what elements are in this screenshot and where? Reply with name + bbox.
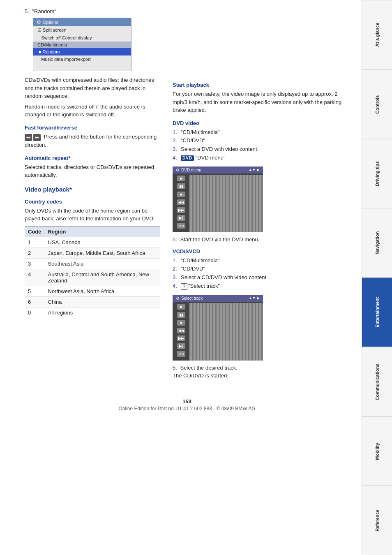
dvd-pause-btn: ▮▮ bbox=[177, 183, 185, 189]
table-row: 6China bbox=[25, 296, 160, 307]
start-playback-text: For your own safety, the video image is … bbox=[173, 90, 349, 114]
dvd-skip-btn: ▶| bbox=[177, 215, 185, 221]
vcd-steps-list: 1."CD/Multimedia"2."CD/DVD"3.Select a CD… bbox=[173, 257, 349, 291]
auto-repeat-title: Automatic repeat* bbox=[25, 155, 160, 161]
options-title: Options bbox=[43, 20, 58, 25]
dvd-step5-text: Start the DVD via the DVD menu. bbox=[180, 236, 259, 243]
region-cell: Northwest Asia, North Africa bbox=[45, 286, 161, 296]
table-row: 2Japan, Europe, Middle East, South Afric… bbox=[25, 247, 160, 258]
dvd-next-btn: ▶▶ bbox=[177, 207, 185, 213]
vcd-skip-btn: ▶| bbox=[177, 343, 185, 349]
region-cell: China bbox=[45, 296, 161, 307]
dvd-steps-list: 1."CD/Multimedia"2."CD/DVD"3.Select a DV… bbox=[173, 128, 349, 162]
step-text: "CD/DVD" bbox=[181, 136, 205, 145]
step-text: "CD/Multimedia" bbox=[181, 257, 219, 265]
start-playback-title: Start playback bbox=[173, 82, 349, 88]
step-text: Select a DVD with video content. bbox=[181, 145, 258, 154]
list-item: 4.?"Select track" bbox=[173, 282, 349, 291]
list-item: 3.Select a CD/DVD with video content. bbox=[173, 273, 349, 282]
list-item: 2."CD/DVD" bbox=[173, 265, 349, 273]
step-number: 1. bbox=[173, 128, 179, 137]
code-cell: 5 bbox=[25, 286, 45, 296]
step-number: 2. bbox=[173, 136, 179, 145]
step-num: 5. bbox=[173, 236, 177, 243]
list-item: 1."CD/Multimedia" bbox=[173, 128, 349, 137]
sidebar-tab-entertainment[interactable]: Entertainment bbox=[362, 278, 392, 347]
list-item: 4.DVD "DVD menu" bbox=[173, 154, 349, 162]
code-cell: 0 bbox=[25, 307, 45, 318]
vcd-pause-btn: ▮▮ bbox=[177, 312, 185, 318]
sidebar-tab-driving-tips[interactable]: Driving tips bbox=[362, 139, 392, 208]
dvd-play-btn: ▶ bbox=[177, 176, 185, 181]
code-cell: 4 bbox=[25, 269, 45, 286]
vcd-step5: 5. Select the desired track. bbox=[173, 365, 349, 371]
dvd-logo: DVD "DVD menu" bbox=[181, 154, 226, 162]
dvd-prev-btn: ◀◀ bbox=[177, 199, 185, 205]
vcd-stop-btn: ■ bbox=[177, 320, 185, 326]
ff-icon: ▸▸ bbox=[33, 134, 41, 141]
list-item: 3.Select a DVD with video content. bbox=[173, 145, 349, 154]
table-row: 0All regions bbox=[25, 307, 160, 318]
sidebar-tab-controls[interactable]: Controls bbox=[362, 69, 392, 139]
dvd-video-title: DVD video bbox=[173, 120, 349, 126]
vcd-menu-btn: MN bbox=[177, 351, 185, 357]
list-item: 2."CD/DVD" bbox=[173, 136, 349, 145]
table-row: 5Northwest Asia, North Africa bbox=[25, 286, 160, 296]
table-row: 1USA, Canada bbox=[25, 237, 160, 247]
step-number: 4. bbox=[173, 282, 179, 291]
options-screenshot: ⚙ Options ☑ Split screen Switch off Cont… bbox=[33, 18, 131, 71]
region-cell: Australia, Central and South America, Ne… bbox=[45, 269, 161, 286]
vcd-svcd-title: VCD/SVCD bbox=[173, 248, 349, 254]
fast-forward-title: Fast forward/reverse bbox=[25, 125, 160, 131]
step-number: 4. bbox=[173, 154, 179, 162]
region-cell: Southeast Asia bbox=[45, 258, 161, 269]
step-number: 1. bbox=[173, 257, 179, 265]
list-item: 1."CD/Multimedia" bbox=[173, 257, 349, 265]
right-sidebar: At a glanceControlsDriving tipsNavigatio… bbox=[362, 0, 392, 555]
step-text: Select a CD/DVD with video content. bbox=[181, 273, 268, 282]
code-cell: 2 bbox=[25, 247, 45, 258]
sidebar-tab-communications[interactable]: Communications bbox=[362, 347, 392, 416]
col-region-header: Region bbox=[45, 226, 161, 237]
vcd-step5-text: Select the desired track. bbox=[180, 365, 237, 371]
vcd-play-btn: ▶ bbox=[177, 304, 185, 310]
random-desc1: CDs/DVDs with compressed audio files: th… bbox=[25, 76, 160, 100]
region-cell: All regions bbox=[45, 307, 161, 318]
question-icon: ?"Select track" bbox=[181, 282, 220, 291]
country-codes-desc: Only DVDs with the code of the home regi… bbox=[25, 207, 160, 223]
col-code-header: Code bbox=[25, 226, 45, 237]
video-playback-title: Video playback* bbox=[25, 186, 160, 193]
sidebar-tab-at-a-glance[interactable]: At a glance bbox=[362, 0, 392, 69]
vcd-step6: The CD/DVD is started. bbox=[173, 372, 349, 380]
step-5-label: "Random" bbox=[32, 8, 56, 14]
page-number: 153 bbox=[25, 398, 349, 405]
step-number: 2. bbox=[173, 265, 179, 273]
ff-icons: ◂◂ ▸▸ bbox=[25, 134, 41, 141]
table-row: 4Australia, Central and South America, N… bbox=[25, 269, 160, 286]
step-text: "CD/Multimedia" bbox=[181, 128, 219, 137]
fast-forward-desc: Press and hold the button for the corres… bbox=[25, 134, 157, 148]
table-row: 3Southeast Asia bbox=[25, 258, 160, 269]
region-cell: Japan, Europe, Middle East, South Africa bbox=[45, 247, 161, 258]
page-footer: 153 Online Edition for Part no. 01 41 2 … bbox=[25, 394, 349, 412]
step-number-5: 5. bbox=[25, 8, 29, 14]
fast-forward-text: ◂◂ ▸▸ Press and hold the button for the … bbox=[25, 133, 160, 149]
sidebar-tab-reference[interactable]: Reference bbox=[362, 486, 392, 555]
rewind-icon: ◂◂ bbox=[25, 134, 32, 141]
dvd-step5: 5. Start the DVD via the DVD menu. bbox=[173, 236, 349, 243]
step-text: "CD/DVD" bbox=[181, 265, 205, 273]
auto-repeat-text: Selected tracks, directories or CDs/DVDs… bbox=[25, 163, 160, 179]
dvd-screenshot: ⚙ DVD menu ▲▼ ▶ ▶ ▮▮ ■ ◀◀ ▶▶ ▶| MN bbox=[173, 166, 263, 232]
code-cell: 1 bbox=[25, 237, 45, 247]
vcd-prev-btn: ◀◀ bbox=[177, 328, 185, 333]
code-cell: 3 bbox=[25, 258, 45, 269]
sidebar-tab-navigation[interactable]: Navigation bbox=[362, 208, 392, 278]
vcd-next-btn: ▶▶ bbox=[177, 335, 185, 341]
random-desc2: Random mode is switched off if the audio… bbox=[25, 103, 160, 119]
code-cell: 6 bbox=[25, 296, 45, 307]
sidebar-tab-mobility[interactable]: Mobility bbox=[362, 416, 392, 486]
dvd-menu-btn: MN bbox=[177, 223, 185, 229]
step-number: 3. bbox=[173, 145, 179, 154]
footer-text: Online Edition for Part no. 01 41 2 602 … bbox=[118, 406, 255, 412]
vcd-screenshot: ⚙ Select track ▲▼ ▶ ▶ ▮▮ ■ ◀◀ ▶▶ ▶| MN bbox=[173, 295, 263, 361]
